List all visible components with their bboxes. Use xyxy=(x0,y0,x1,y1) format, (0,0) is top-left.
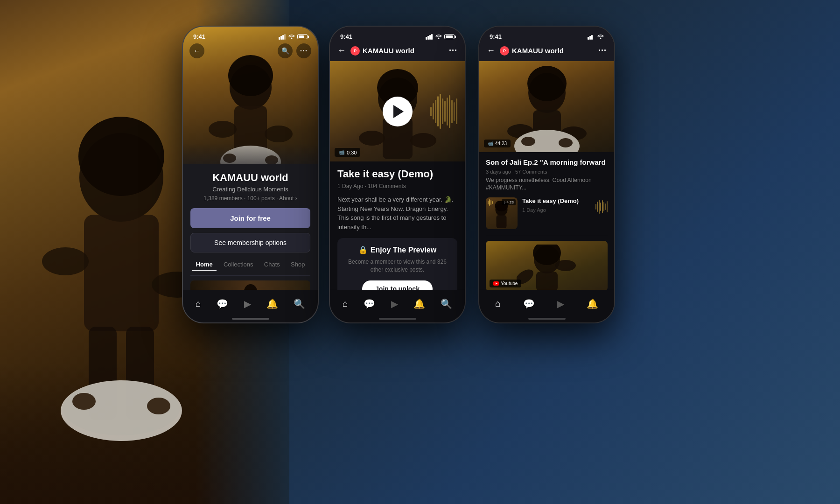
time: 9:41 xyxy=(193,33,205,40)
ph2-nav-bell[interactable]: 🔔 xyxy=(413,298,425,309)
ph3-waveform-mini xyxy=(595,197,608,216)
ph3-more-button[interactable]: ··· xyxy=(598,46,607,56)
ph3-nav-chat[interactable]: 💬 xyxy=(523,298,535,309)
audio-waveform xyxy=(430,93,457,130)
svg-point-49 xyxy=(559,138,573,147)
svg-point-57 xyxy=(555,260,576,271)
svg-point-41 xyxy=(600,38,602,39)
phone3-status-bar: 9:41 xyxy=(479,27,614,42)
phone-1: 9:41 ← 🔍 ··· xyxy=(182,26,319,323)
tab-home[interactable]: Home xyxy=(192,259,217,271)
svg-rect-24 xyxy=(284,34,286,40)
svg-point-37 xyxy=(410,133,436,148)
svg-rect-23 xyxy=(282,35,284,40)
svg-rect-40 xyxy=(591,35,593,40)
svg-point-14 xyxy=(265,126,293,142)
phone2-header: ← P KAMAUU world ··· xyxy=(330,42,465,61)
tab-shop[interactable]: Shop xyxy=(287,259,308,271)
more-button[interactable]: ··· xyxy=(296,43,311,58)
lock-title: 🔒 Enjoy The Preview xyxy=(345,245,450,254)
svg-point-48 xyxy=(521,137,535,146)
ph3-audio-badge xyxy=(488,199,493,206)
ph2-time: 9:41 xyxy=(340,33,352,40)
ph2-nav-play[interactable]: ▶ xyxy=(391,298,398,309)
nav-chat-icon[interactable]: 💬 xyxy=(217,298,228,309)
ph2-channel-name: KAMAUU world xyxy=(363,47,414,55)
svg-point-36 xyxy=(359,131,385,146)
nav-play-icon[interactable]: ▶ xyxy=(244,298,251,309)
svg-rect-39 xyxy=(589,36,591,40)
post-meta: 1 Day Ago · 104 Comments xyxy=(337,183,457,189)
phones-area: 9:41 ← 🔍 ··· xyxy=(182,26,615,323)
svg-point-43 xyxy=(527,66,567,101)
ph3-time: 9:41 xyxy=(490,33,502,40)
phone1-channel-info: KAMAUU world Creating Delicious Moments … xyxy=(183,164,318,290)
ph3-post2-meta: 1 Day Ago xyxy=(522,207,579,213)
svg-point-13 xyxy=(209,121,237,138)
video-duration-badge: 📹 0:30 xyxy=(335,148,360,157)
phone3-post1-text: We progress nonetheless. Good Afternoon … xyxy=(486,176,608,192)
phone1-tabs: Home Collections Chats Shop xyxy=(190,259,310,276)
ph3-post2-info: Take it easy (Demo) 1 Day Ago xyxy=(522,197,579,213)
ph3-post2-title: Take it easy (Demo) xyxy=(522,197,579,205)
ph2-nav-home[interactable]: ⌂ xyxy=(343,298,348,309)
phone3-content: Son of Jali Ep.2 "A morning forward 3 da… xyxy=(479,152,614,297)
ph3-post2-duration: ♪ 4:23 xyxy=(502,199,516,205)
phone2-content: Take it easy (Demo) 1 Day Ago · 104 Comm… xyxy=(330,161,465,311)
ph3-nav-home[interactable]: ⌂ xyxy=(495,298,501,309)
ph3-back-button[interactable]: ← xyxy=(487,46,495,56)
phone1-hero-image: 9:41 ← 🔍 ··· xyxy=(183,27,318,181)
svg-rect-30 xyxy=(429,35,431,40)
phone3-post1-title: Son of Jali Ep.2 "A morning forward xyxy=(486,158,608,167)
svg-rect-55 xyxy=(536,272,558,291)
ph2-home-indicator xyxy=(379,318,416,320)
back-button[interactable]: ← xyxy=(189,43,204,58)
ph2-more-button[interactable]: ··· xyxy=(449,46,457,56)
youtube-badge: Youtube xyxy=(490,280,521,287)
phone1-nav-bar: ← 🔍 ··· xyxy=(183,43,318,58)
tab-collections[interactable]: Collections xyxy=(220,259,257,271)
channel-name: KAMAUU world xyxy=(190,172,310,184)
phone3-post1-meta: 3 days ago · 57 Comments xyxy=(486,169,608,175)
svg-rect-28 xyxy=(426,37,427,40)
ph3-nav-bell[interactable]: 🔔 xyxy=(587,298,598,309)
nav-home-icon[interactable]: ⌂ xyxy=(196,298,201,309)
svg-rect-31 xyxy=(431,34,433,40)
search-button[interactable]: 🔍 xyxy=(278,43,293,58)
play-button[interactable] xyxy=(383,97,413,126)
phone3-header: ← P KAMAUU world ··· xyxy=(479,42,614,61)
phone3-hero-image: 📹 44:23 xyxy=(479,61,614,152)
phone2-status-bar: 9:41 xyxy=(330,27,465,42)
svg-rect-22 xyxy=(280,36,282,40)
ph2-back-button[interactable]: ← xyxy=(337,46,346,56)
patreon-logo: P xyxy=(350,46,360,56)
svg-point-26 xyxy=(244,284,257,290)
membership-button[interactable]: See membership options xyxy=(190,233,310,252)
nav-search-icon[interactable]: 🔍 xyxy=(294,298,305,309)
ph3-duration-badge: 📹 44:23 xyxy=(484,140,511,147)
svg-rect-1 xyxy=(84,215,159,331)
lock-desc: Become a member to view this and 326 oth… xyxy=(345,258,450,274)
join-free-button[interactable]: Join for free xyxy=(190,208,310,228)
svg-rect-21 xyxy=(279,37,280,40)
svg-rect-29 xyxy=(427,36,429,40)
tab-chats[interactable]: Chats xyxy=(260,259,284,271)
phone-2: 9:41 ← P KAMAUU world xyxy=(329,26,466,323)
ph3-home-indicator xyxy=(528,318,566,320)
ph2-nav-search[interactable]: 🔍 xyxy=(441,298,452,309)
svg-point-32 xyxy=(438,38,440,39)
ph2-nav-chat[interactable]: 💬 xyxy=(364,298,375,309)
nav-bell-icon[interactable]: 🔔 xyxy=(266,298,278,309)
post-title: Take it easy (Demo) xyxy=(337,168,457,180)
ph3-nav-play[interactable]: ▶ xyxy=(557,298,564,309)
background: 9:41 ← 🔍 ··· xyxy=(0,0,840,504)
phone-3: 9:41 ← P KAMAUU world ··· xyxy=(478,26,615,323)
phone2-hero: 📹 0:30 xyxy=(330,61,465,161)
post-text: Next year shall be a very different year… xyxy=(337,195,457,231)
ph3-channel-name: KAMAUU world xyxy=(512,47,564,55)
phone3-post3-card: Youtube xyxy=(486,241,608,291)
svg-point-9 xyxy=(147,398,170,414)
ph3-patreon-logo: P xyxy=(500,46,509,56)
phone3-post2-card: ♪ 4:23 Take it easy (Demo) 1 Day Ago xyxy=(486,197,608,235)
phone1-status-bar: 9:41 xyxy=(183,27,318,42)
